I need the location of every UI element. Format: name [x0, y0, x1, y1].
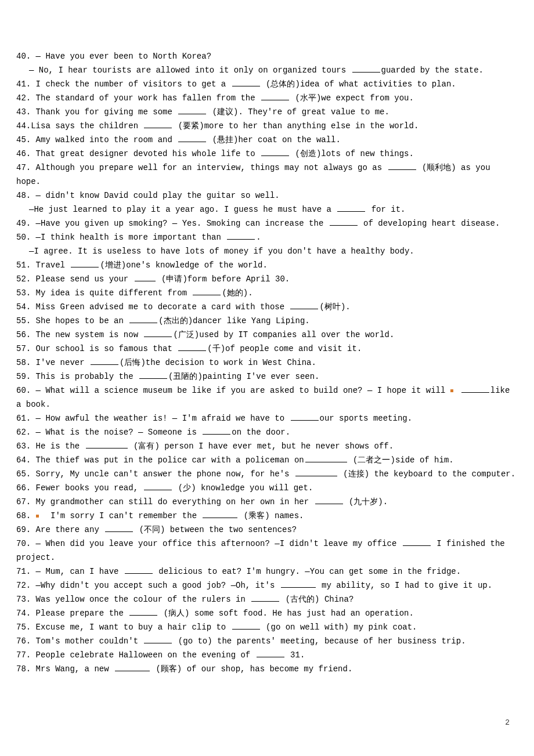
q65-a: Sorry, My uncle can't answer the phone n…	[36, 469, 294, 479]
question-57: 57. Our school is so famous that (千)of p…	[16, 342, 518, 356]
question-68: 68. I'm sorry I can't remember the (乘客) …	[16, 509, 518, 523]
q52-b: (申请)form before April 30.	[157, 274, 290, 284]
blank-icon	[203, 426, 230, 435]
q74-b: (病人) some soft food. He has just had an …	[158, 609, 414, 618]
blank-icon	[461, 384, 489, 393]
q48-a: didn't know David could play the guitar …	[45, 191, 279, 200]
q54-b: (树叶).	[319, 302, 350, 312]
blank-icon	[139, 370, 167, 379]
blank-icon	[388, 161, 416, 170]
q53-a: My idea is quite different from	[36, 288, 192, 298]
blank-icon	[178, 342, 206, 351]
q43-a: Thank you for giving me some	[36, 107, 178, 117]
question-56: 56. The new system is now (广泛)used by IT…	[16, 328, 518, 342]
q46-b: (创造)lots of new things.	[290, 149, 414, 158]
blank-icon	[129, 314, 157, 323]
blank-icon	[291, 412, 319, 421]
q52-prefix: 52.	[16, 274, 36, 284]
question-66: 66. Fewer books you read, (少) knowledge …	[16, 481, 518, 495]
q42-prefix: 42.	[16, 93, 36, 103]
q64-a: The thief was put in the police car with…	[36, 455, 304, 465]
q48-b-b: for it.	[366, 205, 405, 214]
blank-icon	[144, 482, 172, 490]
blank-icon	[178, 106, 206, 114]
question-78: 78. Mrs Wang, a new (顾客) of our shop, ha…	[16, 662, 518, 676]
q53-b: (她的).	[222, 288, 252, 298]
q54-a: Miss Green advised me to decorate a card…	[36, 302, 290, 312]
q58-a: I've never	[36, 358, 89, 367]
q42-a: The standard of your work has fallen fro…	[36, 93, 260, 103]
q44-a: Lisa says the children	[31, 121, 143, 131]
q48-b-a: He just learned to play it a year ago. I…	[34, 205, 336, 214]
blank-icon	[86, 440, 128, 448]
q76-a: Tom's mother couldn't	[36, 636, 143, 646]
q70-prefix: 70. —	[16, 539, 45, 548]
q66-b: (少) knowledge you will get.	[173, 483, 313, 493]
q76-b: (go to) the parents' meeting, because of…	[173, 636, 466, 646]
question-69: 69. Are there any (不同) between the two s…	[16, 523, 518, 537]
q67-prefix: 67.	[16, 497, 36, 507]
q45-a: Amy walked into the room and	[36, 135, 178, 144]
q57-b: (千)of people come and visit it.	[207, 344, 362, 353]
q51-prefix: 51.	[16, 261, 36, 270]
q50-b-text: I agree. It is useless to have lots of m…	[34, 247, 414, 256]
blank-icon	[227, 231, 255, 240]
q40-b-b: guarded by the state.	[381, 66, 484, 75]
question-74: 74. Please prepare the (病人) some soft fo…	[16, 606, 518, 620]
q78-a: Mrs Wang, a new	[36, 664, 114, 674]
q72-b: my ability, so I had to give it up.	[317, 581, 492, 590]
question-50-line2: —I agree. It is useless to have lots of …	[16, 244, 518, 258]
q63-prefix: 63.	[16, 442, 36, 451]
q46-a: That great designer devoted his whole li…	[36, 149, 260, 158]
question-73: 73. Was yellow once the colour of the ru…	[16, 592, 518, 606]
q64-b: (二者之一)side of him.	[348, 455, 454, 465]
q44-prefix: 44.	[16, 121, 31, 131]
blank-icon	[305, 454, 347, 462]
q50-b: .	[256, 233, 261, 242]
blank-icon	[251, 593, 279, 602]
blank-icon	[337, 203, 365, 212]
q71-b: delicious to eat? I'm hungry. —You can g…	[154, 567, 461, 576]
blank-icon	[232, 621, 260, 630]
blank-icon	[352, 64, 380, 73]
blank-icon	[203, 509, 237, 518]
question-65: 65. Sorry, My uncle can't answer the pho…	[16, 467, 518, 481]
blank-icon	[315, 495, 343, 504]
q56-prefix: 56.	[16, 330, 36, 339]
question-71: 71. — Mum, can I have delicious to eat? …	[16, 565, 518, 578]
q46-prefix: 46.	[16, 149, 36, 158]
question-43: 43. Thank you for giving me some (建议). T…	[16, 105, 518, 119]
q65-b: (连接) the keyboard to the computer.	[338, 469, 515, 479]
q69-prefix: 69.	[16, 525, 36, 534]
question-52: 52. Please send us your (申请)form before …	[16, 272, 518, 286]
blank-icon	[144, 635, 172, 643]
q62-prefix: 62. —	[16, 428, 45, 437]
q55-prefix: 55.	[16, 316, 36, 325]
q63-a: He is the	[36, 442, 85, 451]
question-63: 63. He is the (富有) person I have ever me…	[16, 439, 518, 453]
q73-b: (古代的) China?	[280, 595, 353, 604]
question-55: 55. She hopes to be an (杰出的)dancer like …	[16, 314, 518, 328]
q41-prefix: 41.	[16, 79, 36, 89]
q77-prefix: 77.	[16, 650, 36, 660]
blank-icon	[261, 147, 289, 156]
q41-b: (总体的)idea of what activities to plan.	[261, 79, 456, 89]
q70-a: When did you leave your office this afte…	[45, 539, 401, 548]
q49-a: —Have you given up smoking? — Yes. Smoki…	[36, 219, 329, 228]
q40-b-a: No, I hear tourists are allowed into it …	[39, 66, 351, 75]
q71-a: Mum, can I have	[45, 567, 123, 576]
question-77: 77. People celebrate Halloween on the ev…	[16, 648, 518, 662]
q64-prefix: 64.	[16, 455, 36, 465]
q60-a: What will a science museum be like if yo…	[45, 386, 450, 395]
question-47: 47. Although you prepare well for an int…	[16, 161, 518, 189]
q50-prefix: 50.	[16, 233, 36, 242]
q77-a: People celebrate Halloween on the evenin…	[36, 650, 255, 660]
q58-prefix: 58.	[16, 358, 36, 367]
question-67: 67. My grandmother can still do everythi…	[16, 495, 518, 509]
q72-prefix: 72.	[16, 581, 36, 590]
question-49: 49. —Have you given up smoking? — Yes. S…	[16, 216, 518, 230]
q57-a: Our school is so famous that	[36, 344, 178, 353]
question-61: 61. — How awful the weather is! — I'm af…	[16, 411, 518, 425]
q41-a: I check the number of visitors to get a	[36, 79, 231, 89]
marker-icon	[36, 515, 39, 518]
